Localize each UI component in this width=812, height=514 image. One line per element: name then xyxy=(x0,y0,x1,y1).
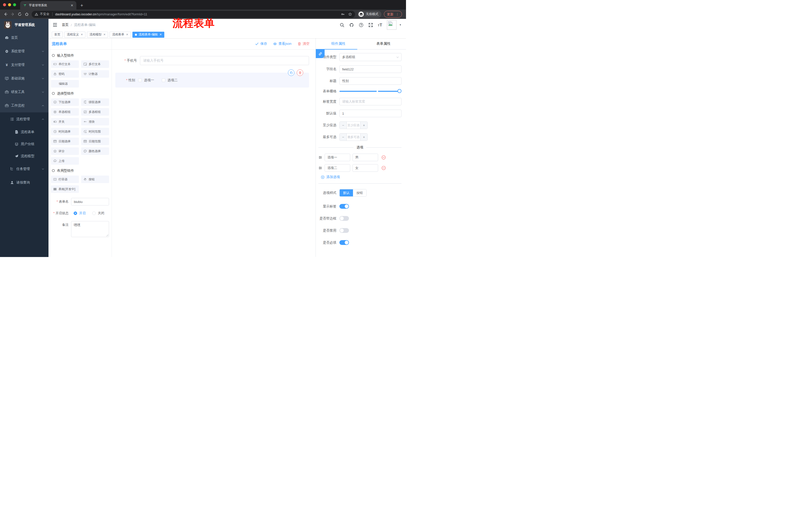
sidebar-item-用户分组[interactable]: 用户分组 xyxy=(0,138,49,150)
palette-item-上传[interactable]: 上传 xyxy=(51,157,79,165)
gender-checkbox-选项二[interactable]: 选项二 xyxy=(162,78,178,82)
field-name-input[interactable]: field122 xyxy=(340,65,402,73)
page-tab-流程表单[interactable]: 流程表单✕ xyxy=(110,32,130,38)
palette-item-日期选择[interactable]: 日期选择 xyxy=(51,138,79,145)
form-grid-slider[interactable] xyxy=(340,91,400,92)
delete-component-button[interactable] xyxy=(297,70,303,76)
palette-item-单行文本[interactable]: 单行文本 xyxy=(51,60,79,68)
stepper-increase-button[interactable]: + xyxy=(360,122,367,129)
option-label-input[interactable]: 选项一 xyxy=(325,154,350,161)
palette-item-多行文本[interactable]: 多行文本 xyxy=(81,60,109,68)
form-name-input[interactable]: biubiu xyxy=(71,198,109,206)
url-bar[interactable]: 不安全 dashboard.yudao.iocoder.cn/bpm/manag… xyxy=(32,11,355,18)
gender-checkbox-选项一[interactable]: 选项一 xyxy=(138,78,154,82)
sidebar-item-研发工具[interactable]: 研发工具 xyxy=(0,85,49,99)
palette-item-开关[interactable]: 开关 xyxy=(51,118,79,126)
page-tab-流程表单-编辑[interactable]: 流程表单-编辑✕ xyxy=(133,32,164,38)
minimize-window-button[interactable] xyxy=(8,3,11,6)
link-tab-button[interactable] xyxy=(316,49,325,58)
save-button[interactable]: 保存 xyxy=(255,42,267,46)
sidebar-item-流程表单[interactable]: 流程表单 xyxy=(0,126,49,138)
drag-handle-icon[interactable] xyxy=(318,155,322,159)
reload-icon[interactable] xyxy=(16,11,23,18)
tab-close-icon[interactable]: ✕ xyxy=(81,33,83,36)
status-radio-关闭[interactable]: 关闭 xyxy=(92,211,104,216)
palette-item-多选框组[interactable]: 多选框组 xyxy=(81,108,109,116)
page-tab-首页[interactable]: 首页 xyxy=(52,32,63,38)
sidebar-item-流程模型[interactable]: 流程模型 xyxy=(0,150,49,162)
new-tab-button[interactable]: + xyxy=(80,3,83,8)
tab-close-icon[interactable]: ✕ xyxy=(126,33,128,36)
toggle-switch-是否必填[interactable] xyxy=(340,240,349,245)
stepper-decrease-button[interactable]: − xyxy=(340,122,347,129)
maximize-window-button[interactable] xyxy=(13,3,16,6)
sidebar-item-工作流程[interactable]: 工作流程 xyxy=(0,99,49,112)
palette-item-行容器[interactable]: 行容器 xyxy=(51,175,79,183)
remove-option-button[interactable] xyxy=(381,166,386,170)
min-select-input[interactable]: 至少应选 xyxy=(347,122,360,129)
avatar-caret-icon[interactable]: ▼ xyxy=(399,24,402,26)
option-value-input[interactable]: 男 xyxy=(352,154,378,161)
palette-item-级联选择[interactable]: 级联选择 xyxy=(81,98,109,106)
palette-item-日期范围[interactable]: 日期范围 xyxy=(81,138,109,145)
breadcrumb-home[interactable]: 首页 xyxy=(62,23,68,27)
sidebar-item-基础设施[interactable]: 基础设施 xyxy=(0,72,49,85)
status-radio-开启[interactable]: 开启 xyxy=(74,211,86,216)
help-icon[interactable] xyxy=(359,23,364,27)
tab-component-props[interactable]: 组件属性 xyxy=(316,38,361,49)
palette-item-按钮[interactable]: 按钮 xyxy=(81,175,109,183)
palette-item-密码[interactable]: 密码 xyxy=(51,70,79,78)
tab-close-icon[interactable]: ✕ xyxy=(160,33,162,36)
sidebar-item-任务管理[interactable]: 任务管理 xyxy=(0,162,49,176)
tab-close-icon[interactable]: ✕ xyxy=(103,33,106,36)
sidebar-item-支付管理[interactable]: ¥支付管理 xyxy=(0,58,49,72)
option-label-input[interactable]: 选项二 xyxy=(325,164,350,172)
max-select-input[interactable]: 最多可选 xyxy=(347,134,360,141)
page-tab-流程模型[interactable]: 流程模型✕ xyxy=(87,32,108,38)
back-icon[interactable] xyxy=(2,11,9,18)
remove-option-button[interactable] xyxy=(381,155,386,160)
palette-item-计数器[interactable]: 123计数器 xyxy=(81,70,109,78)
palette-item-单选框组[interactable]: 单选框组 xyxy=(51,108,79,116)
palette-item-表格[开发中][interactable]: 表格[开发中] xyxy=(51,185,79,193)
palette-item-编辑器[interactable]: 编辑器 xyxy=(51,80,79,87)
palette-item-评分[interactable]: 评分 xyxy=(51,147,79,155)
default-value-input[interactable]: 1 xyxy=(340,110,402,117)
update-button[interactable]: 更新 ⋮ xyxy=(384,11,402,18)
sidebar-item-请假查询[interactable]: 请假查询 xyxy=(0,176,49,189)
toggle-switch-显示标签[interactable] xyxy=(340,204,349,209)
sidebar-item-流程管理[interactable]: 流程管理 xyxy=(0,112,49,126)
component-type-select[interactable]: 多选框组 xyxy=(340,53,402,61)
tab-close-icon[interactable]: ✕ xyxy=(70,4,74,7)
menu-fold-icon[interactable] xyxy=(53,22,58,27)
palette-item-时间范围[interactable]: 时间范围 xyxy=(81,128,109,135)
font-size-icon[interactable]: TT xyxy=(378,23,382,27)
page-tab-流程定义[interactable]: 流程定义✕ xyxy=(64,32,85,38)
add-option-button[interactable]: 添加选项 xyxy=(321,175,402,179)
option-style-按钮[interactable]: 按钮 xyxy=(353,189,366,196)
browser-menu-icon[interactable]: ⋮ xyxy=(396,12,399,16)
title-input[interactable]: 性别 xyxy=(340,77,402,85)
option-value-input[interactable]: 女 xyxy=(352,164,378,172)
copy-component-button[interactable] xyxy=(288,70,294,76)
form-remark-textarea[interactable]: 嘿嘿 xyxy=(71,221,109,237)
tab-form-props[interactable]: 表单属性 xyxy=(361,38,406,49)
bookmark-star-icon[interactable] xyxy=(348,12,352,16)
browser-tab[interactable]: 芋道管理系统 ✕ xyxy=(20,1,76,9)
close-window-button[interactable] xyxy=(3,3,6,6)
home-icon[interactable] xyxy=(23,11,30,18)
palette-item-滑块[interactable]: 滑块 xyxy=(81,118,109,126)
phone-input[interactable]: 请输入手机号 xyxy=(140,56,309,65)
url-text[interactable]: dashboard.yudao.iocoder.cn/bpm/manager/f… xyxy=(55,12,338,16)
option-style-默认[interactable]: 默认 xyxy=(340,189,353,196)
search-icon[interactable] xyxy=(340,23,344,27)
sidebar-item-首页[interactable]: 首页 xyxy=(0,31,49,45)
app-logo-row[interactable]: 芋道管理系统 xyxy=(0,19,49,31)
toggle-switch-是否禁用[interactable] xyxy=(340,228,349,233)
password-key-icon[interactable] xyxy=(341,12,345,16)
stepper-decrease-button[interactable]: − xyxy=(340,134,347,141)
window-controls[interactable] xyxy=(0,0,20,9)
palette-item-时间选择[interactable]: 时间选择 xyxy=(51,128,79,135)
selected-component-gender[interactable]: 性别 选项一选项二 xyxy=(115,73,309,87)
palette-item-颜色选择[interactable]: 颜色选择 xyxy=(81,147,109,155)
